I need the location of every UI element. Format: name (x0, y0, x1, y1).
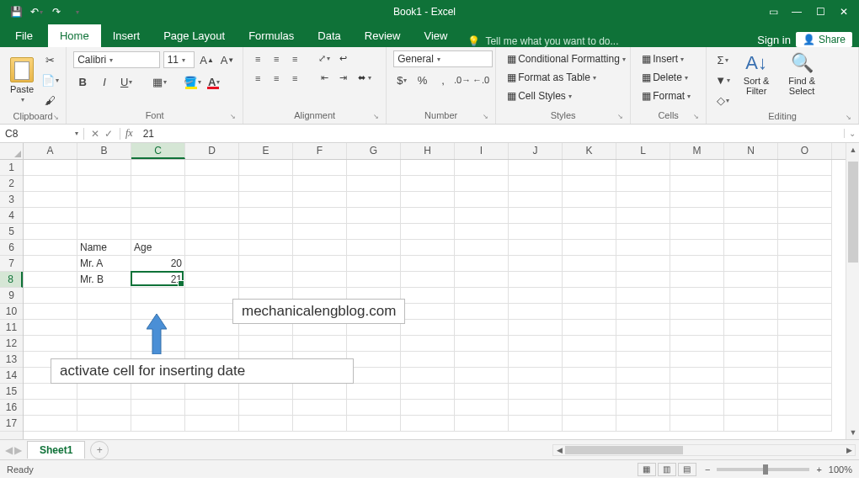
cell-F6[interactable] (293, 240, 347, 256)
cell-J10[interactable] (509, 304, 563, 320)
cell-N3[interactable] (724, 192, 778, 208)
tab-data[interactable]: Data (306, 24, 352, 47)
cell-F12[interactable] (293, 336, 347, 352)
cell-A3[interactable] (24, 192, 77, 208)
cell-H4[interactable] (401, 208, 455, 224)
zoom-level[interactable]: 100% (829, 464, 852, 475)
cell-A9[interactable] (24, 288, 77, 304)
cell-I10[interactable] (455, 304, 509, 320)
cell-J2[interactable] (509, 176, 563, 192)
cell-B17[interactable] (77, 416, 131, 432)
cell-H1[interactable] (401, 160, 455, 176)
cell-K7[interactable] (563, 256, 616, 272)
cell-J3[interactable] (509, 192, 563, 208)
cell-L8[interactable] (616, 272, 670, 288)
cell-O15[interactable] (778, 384, 832, 400)
col-header-L[interactable]: L (616, 143, 670, 159)
cell-J1[interactable] (509, 160, 563, 176)
row-header-11[interactable]: 11 (0, 320, 23, 336)
cell-J17[interactable] (509, 416, 563, 432)
cell-H17[interactable] (401, 416, 455, 432)
cell-K11[interactable] (563, 320, 616, 336)
cell-I16[interactable] (455, 400, 509, 416)
row-header-12[interactable]: 12 (0, 336, 23, 352)
cell-I1[interactable] (455, 160, 509, 176)
align-left-icon[interactable]: ≡ (250, 71, 265, 86)
cell-H12[interactable] (401, 336, 455, 352)
qat-customize-icon[interactable]: ▾ (67, 3, 86, 21)
cell-E4[interactable] (239, 208, 293, 224)
cell-G8[interactable] (347, 272, 401, 288)
percent-icon[interactable]: % (413, 71, 430, 89)
delete-cells-button[interactable]: ▦ Delete▾ (638, 69, 699, 86)
cell-H10[interactable] (401, 304, 455, 320)
row-header-10[interactable]: 10 (0, 304, 23, 320)
cell-E5[interactable] (239, 224, 293, 240)
cell-G3[interactable] (347, 192, 401, 208)
cell-A10[interactable] (24, 304, 77, 320)
cell-O12[interactable] (778, 336, 832, 352)
cell-D1[interactable] (185, 160, 239, 176)
cell-A8[interactable] (24, 272, 77, 288)
cell-L7[interactable] (616, 256, 670, 272)
formula-bar[interactable]: 21 (138, 128, 844, 140)
sort-filter-button[interactable]: A↓ Sort & Filter (735, 50, 777, 98)
col-header-A[interactable]: A (24, 143, 77, 159)
cell-D17[interactable] (185, 416, 239, 432)
cell-O6[interactable] (778, 240, 832, 256)
cell-N1[interactable] (724, 160, 778, 176)
row-header-9[interactable]: 9 (0, 288, 23, 304)
col-header-D[interactable]: D (185, 143, 239, 159)
cell-M10[interactable] (670, 304, 724, 320)
cell-C6[interactable]: Age (131, 240, 185, 256)
cell-O9[interactable] (778, 288, 832, 304)
bold-icon[interactable]: B (73, 72, 92, 91)
cell-G6[interactable] (347, 240, 401, 256)
cell-G13[interactable] (347, 352, 401, 368)
cell-M3[interactable] (670, 192, 724, 208)
cell-L1[interactable] (616, 160, 670, 176)
cell-M1[interactable] (670, 160, 724, 176)
cell-I3[interactable] (455, 192, 509, 208)
cell-O16[interactable] (778, 400, 832, 416)
cell-F7[interactable] (293, 256, 347, 272)
cell-L2[interactable] (616, 176, 670, 192)
cell-M14[interactable] (670, 368, 724, 384)
maximize-icon[interactable]: ☐ (810, 2, 830, 22)
worksheet-grid[interactable]: ABCDEFGHIJKLMNO 123456789101112131415161… (0, 143, 859, 439)
cell-I17[interactable] (455, 416, 509, 432)
cell-E17[interactable] (239, 416, 293, 432)
scroll-up-icon[interactable]: ▲ (846, 143, 859, 157)
cell-M12[interactable] (670, 336, 724, 352)
cell-K5[interactable] (563, 224, 616, 240)
row-header-3[interactable]: 3 (0, 192, 23, 208)
row-header-13[interactable]: 13 (0, 352, 23, 368)
zoom-in-icon[interactable]: + (816, 464, 821, 475)
cell-D10[interactable] (185, 304, 239, 320)
row-headers[interactable]: 1234567891011121314151617 (0, 160, 24, 439)
row-header-7[interactable]: 7 (0, 256, 23, 272)
cell-E12[interactable] (239, 336, 293, 352)
cell-G4[interactable] (347, 208, 401, 224)
cell-C17[interactable] (131, 416, 185, 432)
zoom-out-icon[interactable]: − (705, 464, 710, 475)
cell-A15[interactable] (24, 384, 77, 400)
cell-F5[interactable] (293, 224, 347, 240)
cell-K10[interactable] (563, 304, 616, 320)
cell-K13[interactable] (563, 352, 616, 368)
cell-styles-button[interactable]: ▦ Cell Styles▾ (503, 88, 623, 104)
cell-L9[interactable] (616, 288, 670, 304)
cell-J15[interactable] (509, 384, 563, 400)
cell-N7[interactable] (724, 256, 778, 272)
cell-M17[interactable] (670, 416, 724, 432)
cell-O17[interactable] (778, 416, 832, 432)
col-header-C[interactable]: C (131, 143, 185, 159)
align-top-icon[interactable]: ≡ (250, 51, 265, 66)
cell-E16[interactable] (239, 400, 293, 416)
decrease-decimal-icon[interactable]: ←.0 (473, 72, 488, 88)
cell-M2[interactable] (670, 176, 724, 192)
italic-icon[interactable]: I (95, 72, 114, 91)
cell-O5[interactable] (778, 224, 832, 240)
cell-C7[interactable]: 20 (131, 256, 185, 272)
cell-G14[interactable] (347, 368, 401, 384)
